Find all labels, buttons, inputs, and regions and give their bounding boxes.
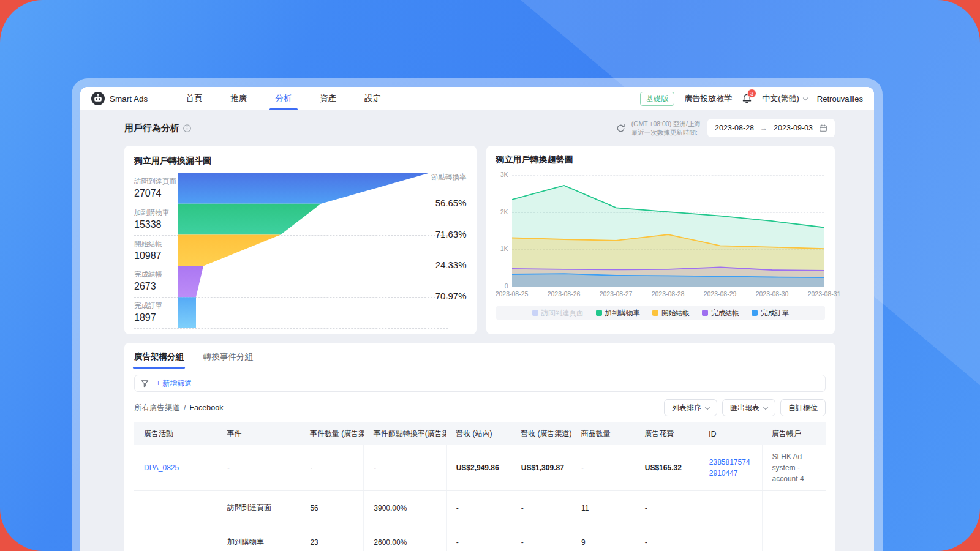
nav-item-0[interactable]: 首頁 — [186, 87, 202, 110]
nav-item-3[interactable]: 資產 — [320, 87, 336, 110]
title-row: 用戶行為分析 — [124, 119, 835, 137]
column-header: ID — [699, 422, 762, 445]
x-tick-label: 2023-08-29 — [701, 290, 740, 298]
nav-item-4[interactable]: 設定 — [364, 87, 381, 110]
legend-item[interactable]: 加到購物車 — [596, 309, 641, 318]
date-end: 2023-09-03 — [774, 124, 813, 132]
cell-link[interactable]: DPA_0825 — [134, 445, 217, 491]
legend-swatch — [532, 310, 538, 316]
date-range-picker[interactable]: 2023-08-28 → 2023-09-03 — [707, 119, 835, 137]
refresh-icon[interactable] — [616, 124, 625, 133]
column-header: 廣告花費 — [635, 422, 699, 445]
data-table: 廣告活動事件事件數量 (廣告渠道)事件節點轉換率(廣告渠道)營收 (站內)營收 … — [134, 422, 826, 551]
export-button[interactable]: 匯出報表 — [722, 399, 775, 416]
x-tick-label: 2023-08-27 — [597, 290, 636, 298]
table-row[interactable]: DPA_0825---US$2,949.86US$1,309.87-US$165… — [134, 445, 826, 491]
table-header-row: 廣告活動事件事件數量 (廣告渠道)事件節點轉換率(廣告渠道)營收 (站內)營收 … — [134, 422, 826, 445]
legend-item[interactable]: 完成訂單 — [752, 309, 789, 318]
page-title: 用戶行為分析 — [124, 122, 179, 134]
cell: 3900.00% — [364, 491, 446, 525]
column-header: 事件數量 (廣告渠道) — [300, 422, 364, 445]
nav-item-1[interactable]: 推廣 — [230, 87, 247, 110]
cell: 23 — [300, 525, 364, 551]
x-tick-label: 2023-08-30 — [753, 290, 792, 298]
table-row[interactable]: 訪問到達頁面563900.00%--11- — [134, 491, 826, 525]
cell — [134, 491, 217, 525]
info-icon[interactable] — [183, 124, 191, 132]
breadcrumb: 所有廣告渠道 / Facebook — [134, 403, 223, 413]
trend-title: 獨立用戶轉換趨勢圖 — [496, 154, 826, 165]
date-start: 2023-08-28 — [715, 124, 754, 132]
y-tick-label: 0 — [496, 282, 508, 290]
y-tick-label: 1K — [496, 245, 508, 252]
y-tick-label: 3K — [496, 171, 508, 178]
rate-column-header: 節點轉換率 — [431, 173, 467, 182]
cell: - — [511, 491, 571, 525]
cell — [699, 525, 762, 551]
cell: 11 — [571, 491, 635, 525]
table-toolbar: 所有廣告渠道 / Facebook 列表排序 匯出報表 自訂欄位 — [134, 399, 826, 416]
brand: Smart Ads — [91, 92, 148, 105]
legend-swatch — [752, 310, 758, 316]
column-header: 廣告活動 — [134, 422, 217, 445]
cell-link[interactable]: 23858175742910447 — [699, 445, 762, 491]
x-tick-label: 2023-08-31 — [805, 290, 844, 298]
x-tick-label: 2023-08-28 — [649, 290, 688, 298]
funnel-gridline — [134, 328, 448, 329]
tutorial-link[interactable]: 廣告投放教学 — [684, 93, 732, 104]
legend-item[interactable]: 完成結帳 — [702, 309, 739, 318]
add-filter-button[interactable]: + 新增篩選 — [156, 378, 192, 389]
page-content: 用戶行為分析 — [80, 110, 874, 551]
funnel-stage-label: 完成訂單1897 — [134, 301, 178, 323]
column-header: 營收 (廣告渠道) — [511, 422, 571, 445]
funnel-rate-value: 56.65% — [435, 198, 467, 208]
chevron-down-icon — [803, 96, 808, 100]
app-window: Smart Ads 首頁推廣分析資產設定 基礎版 廣告投放教学 3 中文(繁體 — [72, 78, 883, 551]
tab-1[interactable]: 轉換事件分組 — [203, 351, 253, 369]
cell: - — [300, 445, 364, 491]
cell: 2600.00% — [364, 525, 446, 551]
cell: US$2,949.86 — [446, 445, 511, 491]
x-tick-label: 2023-08-25 — [492, 290, 532, 298]
username[interactable]: Retrouvailles — [817, 94, 863, 103]
table-row[interactable]: 加到購物車232600.00%--9- — [134, 525, 826, 551]
legend-swatch — [596, 310, 602, 316]
legend-swatch — [652, 310, 658, 316]
cell: - — [364, 445, 446, 491]
cell: 訪問到達頁面 — [217, 491, 300, 525]
cell: - — [511, 525, 571, 551]
timezone-info: (GMT +08:00) 亞洲/上海 最近一次數據更新時間: - — [631, 119, 701, 137]
filter-funnel-icon — [141, 380, 149, 388]
language-selector[interactable]: 中文(繁體) — [762, 93, 807, 104]
sort-button[interactable]: 列表排序 — [664, 399, 717, 416]
funnel-stage-label: 完成結帳2673 — [134, 270, 178, 292]
funnel-rate-value: 70.97% — [435, 291, 467, 301]
legend-item[interactable]: 開始結帳 — [652, 309, 690, 318]
notification-count-badge: 3 — [747, 89, 756, 98]
breadcrumb-current: Facebook — [189, 403, 223, 412]
cell: US$1,309.87 — [511, 445, 571, 491]
legend-item[interactable]: 訪問到達頁面 — [532, 309, 584, 318]
notifications-button[interactable]: 3 — [742, 93, 752, 104]
x-axis-line — [512, 287, 824, 287]
trend-card: 獨立用戶轉換趨勢圖 3K2K1K02023-08-252023-08-26202… — [486, 146, 835, 334]
funnel-stage-label: 加到購物車15338 — [134, 208, 178, 230]
table-section: 廣告架構分組轉換事件分組 + 新增篩選 所有廣告渠道 / Facebook — [124, 343, 835, 551]
funnel-stage-label: 訪問到達頁面27074 — [134, 177, 178, 199]
funnel-title: 獨立用戶轉換漏斗圖 — [134, 156, 467, 167]
chevron-down-icon — [763, 405, 768, 410]
cell: 56 — [300, 491, 364, 525]
nav-item-2[interactable]: 分析 — [275, 87, 292, 110]
cell: 加到購物車 — [217, 525, 300, 551]
funnel-chart: 訪問到達頁面27074加到購物車15338開始結帳10987完成結帳2673完成… — [134, 173, 467, 328]
robot-logo-icon — [91, 92, 105, 105]
brand-name: Smart Ads — [110, 94, 148, 103]
funnel-rate-value: 24.33% — [435, 260, 467, 270]
plan-badge[interactable]: 基礎版 — [640, 92, 674, 106]
breadcrumb-root[interactable]: 所有廣告渠道 — [134, 403, 180, 413]
tab-0[interactable]: 廣告架構分組 — [134, 351, 184, 369]
custom-columns-button[interactable]: 自訂欄位 — [780, 399, 826, 416]
cell: - — [446, 491, 511, 525]
x-tick-label: 2023-08-26 — [545, 290, 584, 298]
cell: - — [635, 491, 699, 525]
